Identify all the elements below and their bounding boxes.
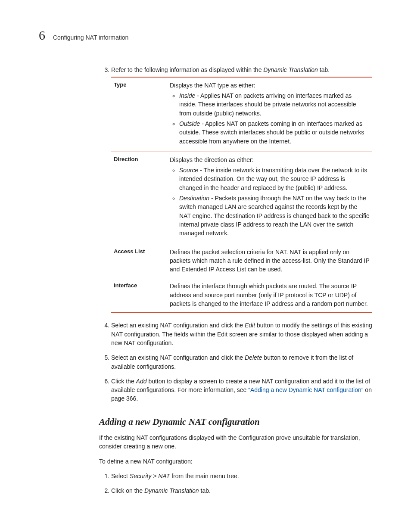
s1-it: Security > NAT xyxy=(130,473,170,479)
document-page: 6 Configuring NAT information Refer to t… xyxy=(0,0,411,532)
bullet-rest: - The inside network is transmitting dat… xyxy=(179,167,367,191)
step4-pre: Select an existing NAT configuration and… xyxy=(111,322,245,329)
chapter-number: 6 xyxy=(39,26,45,45)
direction-intro: Displays the direction as either: xyxy=(170,156,254,163)
desc-type: Displays the NAT type as either: Inside … xyxy=(167,77,372,152)
s1-pre: Select xyxy=(111,473,130,479)
table-row: Type Displays the NAT type as either: In… xyxy=(111,77,372,152)
chapter-subtitle: Configuring NAT information xyxy=(53,33,128,42)
body-content: Refer to the following information as di… xyxy=(99,65,372,495)
desc-direction: Displays the direction as either: Source… xyxy=(167,152,372,244)
table-row: Interface Defines the interface through … xyxy=(111,278,372,313)
list-item: Inside - Applies NAT on packets arriving… xyxy=(179,91,370,118)
step-4: Select an existing NAT configuration and… xyxy=(111,321,372,347)
type-intro: Displays the NAT type as either: xyxy=(170,82,255,89)
term-access-list: Access List xyxy=(111,244,167,278)
s1-post: from the main menu tree. xyxy=(170,473,239,479)
step-6: Click the Add button to display a screen… xyxy=(111,377,372,403)
step4-it: Edit xyxy=(245,322,255,329)
link-adding-dynamic-nat[interactable]: “Adding a new Dynamic NAT configuration” xyxy=(248,386,363,393)
desc-access-list: Defines the packet selection criteria fo… xyxy=(167,244,372,278)
bullet-lead: Outside xyxy=(179,120,200,127)
table-row: Direction Displays the direction as eith… xyxy=(111,152,372,244)
section-heading: Adding a new Dynamic NAT configuration xyxy=(99,415,372,428)
page-header: 6 Configuring NAT information xyxy=(39,26,372,45)
bullet-rest: - Applies NAT on packets arriving on int… xyxy=(179,92,356,117)
desc-interface: Defines the interface through which pack… xyxy=(167,278,372,313)
bullet-rest: - Applies NAT on packets coming in on in… xyxy=(179,120,364,145)
section-step-2: Click on the Dynamic Translation tab. xyxy=(111,486,372,495)
type-bullets: Inside - Applies NAT on packets arriving… xyxy=(170,91,370,146)
list-item: Destination - Packets passing through th… xyxy=(179,194,370,237)
table-row: Access List Defines the packet selection… xyxy=(111,244,372,278)
step-list-upper: Refer to the following information as di… xyxy=(99,65,372,403)
s2-pre: Click on the xyxy=(111,487,144,494)
bullet-lead: Inside xyxy=(179,92,195,99)
section-intro: If the existing NAT configurations displ… xyxy=(99,433,372,451)
step3-text-pre: Refer to the following information as di… xyxy=(111,66,263,73)
step6-it: Add xyxy=(136,378,147,385)
list-item: Source - The inside network is transmitt… xyxy=(179,166,370,192)
step6-pre: Click the xyxy=(111,378,136,385)
definition-table: Type Displays the NAT type as either: In… xyxy=(111,77,372,314)
bullet-lead: Source xyxy=(179,167,198,174)
s2-post: tab. xyxy=(199,487,211,494)
step3-text-italic: Dynamic Translation xyxy=(263,66,318,73)
step5-it: Delete xyxy=(245,354,262,361)
step-3: Refer to the following information as di… xyxy=(111,65,372,314)
list-item: Outside - Applies NAT on packets coming … xyxy=(179,119,370,146)
direction-bullets: Source - The inside network is transmitt… xyxy=(170,166,370,237)
step-5: Select an existing NAT configuration and… xyxy=(111,353,372,371)
section-step-1: Select Security > NAT from the main menu… xyxy=(111,472,372,480)
term-type: Type xyxy=(111,77,167,152)
step3-text-post: tab. xyxy=(318,66,330,73)
section-step-list: Select Security > NAT from the main menu… xyxy=(99,472,372,495)
step5-pre: Select an existing NAT configuration and… xyxy=(111,354,245,361)
section-lead: To define a new NAT configuration: xyxy=(99,457,372,466)
term-direction: Direction xyxy=(111,152,167,244)
s2-it: Dynamic Translation xyxy=(144,487,199,494)
term-interface: Interface xyxy=(111,278,167,313)
bullet-lead: Destination xyxy=(179,195,209,202)
